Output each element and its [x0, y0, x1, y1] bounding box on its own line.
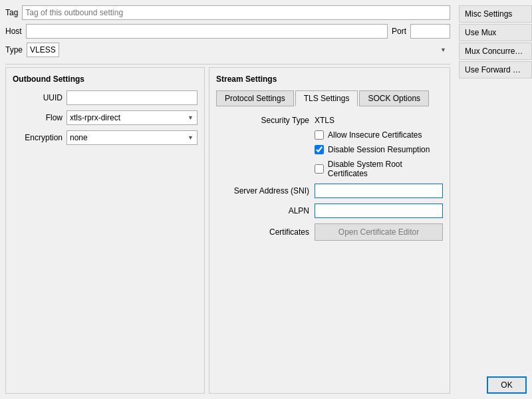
host-row: Host su.xxxxx.xxx Port 443 — [5, 24, 450, 39]
tab-protocol-settings[interactable]: Protocol Settings — [216, 90, 294, 106]
use-mux-button[interactable]: Use Mux — [459, 24, 532, 41]
stream-title: Stream Settings — [216, 74, 443, 84]
port-input[interactable]: 443 — [410, 24, 450, 39]
encryption-label: Encryption — [13, 133, 63, 142]
sni-row: Server Address (SNI) su.xxxxx.xxx — [216, 184, 443, 198]
type-select[interactable]: VLESS — [27, 43, 59, 57]
sni-label: Server Address (SNI) — [216, 186, 309, 196]
flow-label: Flow — [13, 113, 63, 122]
tls-content: Security Type XTLS Allow Insecure Certif… — [216, 113, 443, 249]
encryption-row: Encryption none — [13, 130, 198, 145]
certificates-row: Certificates Open Certificate Editor — [216, 223, 443, 241]
host-label: Host — [5, 27, 22, 36]
security-type-row: Security Type XTLS — [216, 116, 443, 125]
content-area: Outbound Settings UUID cb1-9ebe-4490-8a7… — [5, 67, 450, 394]
disable-session-checkbox[interactable] — [315, 145, 324, 154]
type-row: Type VLESS — [5, 43, 450, 57]
tag-input[interactable] — [22, 5, 450, 20]
tabs-container: Protocol Settings TLS Settings SOCK Opti… — [216, 90, 443, 106]
ok-button[interactable]: OK — [487, 376, 527, 394]
encryption-select[interactable]: none — [66, 130, 198, 145]
flow-select-wrapper: xtls-rprx-direct — [66, 110, 198, 125]
encryption-select-wrapper: none — [66, 130, 198, 145]
mux-concurrency-button[interactable]: Mux Concurren... — [459, 43, 532, 60]
allow-insecure-label: Allow Insecure Certificates — [328, 130, 422, 140]
alpn-label: ALPN — [216, 206, 309, 215]
alpn-input[interactable]: http/1.1 — [315, 203, 443, 218]
disable-session-row: Disable Session Resumption — [315, 145, 443, 154]
right-sidebar: Misc Settings Use Mux Mux Concurren... U… — [459, 0, 532, 80]
security-type-value: XTLS — [315, 116, 334, 125]
alpn-row: ALPN http/1.1 — [216, 203, 443, 218]
disable-root-checkbox[interactable] — [315, 164, 324, 174]
bottom-bar: OK — [487, 376, 527, 394]
type-label: Type — [5, 45, 23, 55]
uuid-input[interactable]: cb1-9ebe-4490-8a71-dca690774f73 — [66, 90, 198, 105]
allow-insecure-row: Allow Insecure Certificates — [315, 130, 443, 140]
open-certificate-editor-button[interactable]: Open Certificate Editor — [315, 223, 443, 241]
security-type-label: Security Type — [216, 116, 309, 125]
tag-row: Tag — [5, 5, 450, 20]
uuid-row: UUID cb1-9ebe-4490-8a71-dca690774f73 — [13, 90, 198, 105]
misc-settings-button[interactable]: Misc Settings — [459, 5, 532, 23]
disable-root-label: Disable System Root Certificates — [328, 160, 443, 178]
uuid-label: UUID — [13, 93, 63, 102]
flow-row: Flow xtls-rprx-direct — [13, 110, 198, 125]
stream-panel: Stream Settings Protocol Settings TLS Se… — [209, 67, 450, 394]
flow-select[interactable]: xtls-rprx-direct — [66, 110, 198, 125]
tab-tls-settings[interactable]: TLS Settings — [295, 90, 358, 106]
outbound-title: Outbound Settings — [13, 74, 198, 84]
disable-session-label: Disable Session Resumption — [328, 145, 430, 154]
disable-root-row: Disable System Root Certificates — [315, 160, 443, 178]
outbound-panel: Outbound Settings UUID cb1-9ebe-4490-8a7… — [5, 67, 205, 394]
type-select-wrapper: VLESS — [27, 43, 450, 57]
host-input[interactable]: su.xxxxx.xxx — [26, 24, 388, 39]
use-forward-proxy-button[interactable]: Use Forward Pr... — [459, 61, 532, 78]
port-label: Port — [392, 27, 406, 36]
main-container: Misc Settings Use Mux Mux Concurren... U… — [0, 0, 532, 399]
certificates-label: Certificates — [216, 227, 309, 237]
sni-input[interactable]: su.xxxxx.xxx — [315, 184, 443, 198]
allow-insecure-checkbox[interactable] — [315, 130, 324, 140]
tab-sock-options[interactable]: SOCK Options — [359, 90, 429, 106]
tag-label: Tag — [5, 8, 18, 17]
